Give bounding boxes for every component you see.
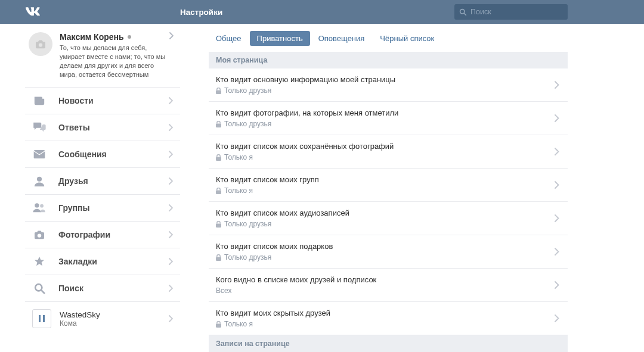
lock-icon [216,221,221,228]
svg-point-6 [40,204,44,208]
chevron-right-icon [555,214,559,222]
chevron-right-icon [555,314,559,322]
privacy-row[interactable]: Кто видит фотографии, на которых меня от… [209,102,568,135]
sidebar-item-label: Группы [58,203,169,213]
chevron-right-icon [555,148,559,155]
chevron-right-icon [169,315,173,322]
svg-rect-10 [39,315,41,322]
audio-player[interactable]: WastedSky Кома [25,302,180,338]
online-dot-icon [128,35,131,39]
tab-general[interactable]: Общее [209,31,249,46]
svg-line-9 [41,290,44,293]
chevron-right-icon [169,258,173,265]
pause-button[interactable] [32,309,51,328]
tab-privacy[interactable]: Приватность [250,31,310,46]
tabs-bar: ОбщееПриватностьОповещенияЧёрный список [209,24,568,52]
sidebar-item-label: Ответы [58,123,169,132]
section-header: Записи на странице [209,335,568,352]
privacy-row-value: Только я [216,153,555,161]
privacy-row[interactable]: Кто видит основную информацию моей стран… [209,68,568,102]
sidebar-item-friends[interactable]: Друзья [25,168,180,195]
sidebar-item-replies[interactable]: Ответы [25,114,180,141]
chevron-right-icon [555,114,559,122]
chevron-right-icon [169,97,173,104]
privacy-row[interactable]: Кого видно в списке моих друзей и подпис… [209,269,568,302]
lock-icon [216,121,221,127]
svg-rect-12 [216,90,221,94]
privacy-row-value: Только друзья [216,253,555,261]
chevron-right-icon [555,281,559,289]
sidebar-item-label: Новости [58,96,169,105]
section-header: Моя страница [209,52,568,68]
photos-icon [32,230,47,239]
chevron-right-icon [169,151,173,158]
svg-rect-18 [216,323,221,327]
privacy-row-value: Только я [216,186,555,195]
friends-icon [32,176,47,186]
vk-logo[interactable] [25,7,180,17]
search-box[interactable]: Поиск [454,4,568,20]
sidebar-item-messages[interactable]: Сообщения [25,141,180,168]
profile-name: Максим Корень [60,32,169,42]
player-track-subtitle: Кома [60,319,169,328]
replies-icon [32,122,47,133]
lock-icon [216,154,221,161]
sidebar-item-bookmarks[interactable]: Закладки [25,248,180,275]
profile-block[interactable]: Максим Корень То, что мы делаем для себя… [25,24,180,88]
messages-icon [32,150,47,158]
privacy-row-title: Кто видит моих скрытых друзей [216,309,555,317]
chevron-right-icon [169,285,173,292]
privacy-row-title: Кто видит список моих сохранённых фотогр… [216,142,555,151]
sidebar-item-news[interactable]: Новости [25,88,180,114]
privacy-row-title: Кто видит фотографии, на которых меня от… [216,108,555,117]
search-placeholder: Поиск [470,8,491,16]
svg-point-0 [460,9,465,13]
privacy-row[interactable]: Кто видит моих скрытых друзей Только я [209,302,568,335]
svg-point-5 [35,204,39,208]
chevron-right-icon [169,204,173,211]
privacy-row-value: Только друзья [216,120,555,128]
tab-notify[interactable]: Оповещения [311,31,372,46]
privacy-row-title: Кто видит список моих групп [216,175,555,184]
chevron-right-icon [169,124,173,131]
svg-point-7 [38,234,41,238]
privacy-row-value: Всех [216,286,555,295]
chevron-right-icon [555,81,559,89]
sidebar-item-groups[interactable]: Группы [25,195,180,222]
svg-rect-11 [43,315,45,322]
svg-rect-14 [216,157,221,160]
privacy-row-value: Только друзья [216,86,555,95]
chevron-right-icon [555,248,559,256]
sidebar-item-label: Сообщения [58,149,169,159]
sidebar-item-photos[interactable]: Фотографии [25,222,180,248]
privacy-row-title: Кто видит основную информацию моей стран… [216,75,555,84]
tab-blacklist[interactable]: Чёрный список [373,31,441,46]
sidebar-item-label: Закладки [58,257,169,266]
search-icon [32,283,47,294]
search-icon [459,8,467,16]
sidebar: Максим Корень То, что мы делаем для себя… [25,24,180,352]
chevron-right-icon [169,231,173,238]
sidebar-item-search[interactable]: Поиск [25,275,180,302]
privacy-row[interactable]: Кто видит список моих подарков Только др… [209,235,568,269]
svg-point-2 [39,43,42,46]
svg-rect-13 [216,123,221,127]
avatar [29,32,52,56]
main: ОбщееПриватностьОповещенияЧёрный список … [180,24,568,352]
lock-icon [216,321,221,328]
pause-icon [39,315,45,322]
bookmarks-icon [32,256,47,267]
sidebar-item-label: Друзья [58,176,169,186]
privacy-row[interactable]: Кто видит список моих групп Только я [209,169,568,202]
svg-rect-15 [216,190,221,194]
svg-rect-16 [216,223,221,227]
lock-icon [216,188,221,194]
sidebar-item-label: Поиск [58,284,169,293]
news-icon [32,95,47,106]
profile-name-text: Максим Корень [60,32,124,42]
profile-status: То, что мы делаем для себя, умирает вмес… [60,43,169,79]
privacy-row[interactable]: Кто видит список моих сохранённых фотогр… [209,135,568,169]
privacy-row-title: Кого видно в списке моих друзей и подпис… [216,275,555,284]
privacy-row[interactable]: Кто видит список моих аудиозаписей Тольк… [209,202,568,235]
privacy-row-value: Только я [216,320,555,328]
